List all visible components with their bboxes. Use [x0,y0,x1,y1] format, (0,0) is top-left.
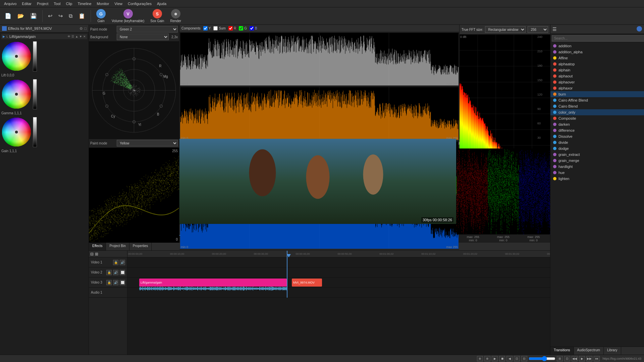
right-panel-menu-icon[interactable]: ☰ [552,26,557,32]
status-btn-1[interactable]: ⊕ [477,356,483,361]
lift-gamma-header[interactable]: ▶ L Lift/gamma/gain 👁 ☰ ▲ ▼ ✕ [1,34,87,39]
status-btn-8[interactable]: ⊞ [557,356,563,361]
background-select[interactable]: None [117,34,169,40]
menu-project[interactable]: Project [34,1,51,6]
gamma-slider[interactable] [33,79,37,109]
zoom-slider[interactable] [529,356,555,361]
paint-mode-select[interactable]: Green 2 [117,26,178,33]
properties-tab[interactable]: Properties [129,243,152,250]
video2-audio-icon[interactable]: 🔊 [113,270,118,275]
paint2-mode-select[interactable]: Yellow [117,140,178,146]
gain-button[interactable]: G Gain [94,8,108,23]
effect-cairo-affine-blend[interactable]: Cairo Affine Blend [550,97,644,103]
effect-eye-icon[interactable]: 👁 [67,35,70,38]
mvi-clip[interactable]: MVI_9974.MOV [292,279,322,287]
menu-ajuda[interactable]: Ajuda [154,1,169,6]
transitions-tab[interactable]: Transitions [550,347,574,355]
video1-audio-icon[interactable]: 🔊 [120,260,125,265]
effect-difference[interactable]: difference [550,127,644,133]
status-btn-2[interactable]: ⊗ [484,356,490,361]
effect-alphaatop[interactable]: alphaatop [550,61,644,67]
status-btn-12[interactable]: ▶▶ [586,356,592,361]
fft-window-select[interactable]: Rectangular window [485,26,526,33]
timeline-zoom-out-icon[interactable]: ⊟ [90,252,94,256]
effect-dissolve[interactable]: Dissolve [550,133,644,139]
effect-down-icon[interactable]: ▼ [79,35,82,38]
video2-lock-icon[interactable]: 🔒 [106,270,112,275]
lift-gamma-clip[interactable]: Lift/gamma/gain [139,279,287,287]
effects-tab[interactable]: Effects [89,243,106,250]
status-btn-11[interactable]: ▶ [579,356,585,361]
effect-divide[interactable]: divide [550,139,644,145]
g-checkbox[interactable] [239,26,243,31]
gamma-color-wheel[interactable] [1,79,32,109]
timeline-tracks-area[interactable]: 00:00:00,00 00:00:10,00 00:00:20,00 00:0… [127,251,550,355]
lift-slider[interactable] [33,41,37,71]
paste-button[interactable]: 📋 [76,12,87,20]
menu-editar[interactable]: Editar [19,1,34,6]
effect-affine[interactable]: Affine [550,55,644,61]
undo-button[interactable]: ↩ [46,12,54,20]
library-tab[interactable]: Library [604,347,621,355]
video1-lock-icon[interactable]: 🔒 [113,260,118,265]
status-btn-3[interactable]: ▶ [492,356,498,361]
status-btn-4[interactable]: ⏹ [499,356,505,361]
effect-darken[interactable]: darken [550,121,644,127]
copy-button[interactable]: ⧉ [67,12,74,20]
sox-gain-button[interactable]: S Sox Gain [148,8,166,23]
status-btn-7[interactable]: ⊟ [521,356,527,361]
menu-timeline[interactable]: Timeline [75,1,94,6]
render-button[interactable]: ● Render [168,8,183,23]
new-button[interactable]: 📄 [3,12,13,20]
effect-close-icon[interactable]: ✕ [83,35,86,38]
menu-monitor[interactable]: Monitor [94,1,112,6]
effect-grain-extract[interactable]: grain_extract [550,152,644,158]
video3-audio-icon[interactable]: 🔊 [113,280,118,285]
status-btn-13[interactable]: ⏭ [594,356,600,361]
effect-burn[interactable]: burn [550,91,644,97]
effect-composite[interactable]: Composite [550,115,644,121]
fft-size-select[interactable]: 256 [528,26,548,33]
menu-arquivo[interactable]: Arquivo [1,1,19,6]
effect-hue[interactable]: hue [550,170,644,176]
menu-clip[interactable]: Clip [63,1,75,6]
effect-cairo-blend[interactable]: Cairo Blend [550,103,644,109]
status-btn-9[interactable]: ⊡ [564,356,570,361]
menu-view[interactable]: View [112,1,125,6]
effect-addition[interactable]: addition [550,43,644,49]
video3-lock-icon[interactable]: 🔒 [106,280,112,285]
effect-addition-alpha[interactable]: addition_alpha [550,49,644,55]
status-btn-6[interactable]: ⊡ [514,356,520,361]
effects-expand-icon[interactable]: □ [84,26,87,31]
effects-search-input[interactable] [552,35,644,42]
status-btn-5[interactable]: ◀ [506,356,513,361]
effect-hardlight[interactable]: hardlight [550,164,644,170]
effect-grain-merge[interactable]: grain_merge [550,158,644,164]
right-panel-settings-icon[interactable] [637,26,642,32]
b-checkbox[interactable] [250,26,254,31]
effect-lighten[interactable]: lighten [550,176,644,182]
lift-color-wheel[interactable] [1,41,32,71]
video2-extra-icon[interactable]: ⬜ [120,270,125,275]
effect-color-only[interactable]: color_only [550,109,644,115]
redo-button[interactable]: ↪ [56,12,65,20]
open-button[interactable]: 📂 [15,12,26,20]
video3-extra-icon[interactable]: ⬜ [120,280,125,285]
effect-dodge[interactable]: dodge [550,145,644,152]
menu-tool[interactable]: Tool [51,1,63,6]
effect-alphaout[interactable]: alphaout [550,73,644,79]
effect-alphaover[interactable]: alphaover [550,79,644,85]
gain-slider[interactable] [33,117,37,147]
effects-settings-icon[interactable]: ⚙ [79,26,83,31]
effect-alphaxor[interactable]: alphaxor [550,85,644,91]
timeline-zoom-in-icon[interactable]: ⊞ [95,252,98,256]
sum-checkbox[interactable] [213,26,218,31]
project-bin-tab[interactable]: Project Bin [106,243,129,250]
status-btn-10[interactable]: ◀◀ [572,356,578,361]
menu-configuracoes[interactable]: Configurações [125,1,154,6]
gain-color-wheel[interactable] [1,117,32,147]
save-button[interactable]: 💾 [28,12,39,20]
effect-up-icon[interactable]: ▲ [75,35,78,38]
audio-spectrum-tab[interactable]: AudioSpectrum [574,347,604,355]
effect-menu-icon[interactable]: ☰ [71,35,74,38]
